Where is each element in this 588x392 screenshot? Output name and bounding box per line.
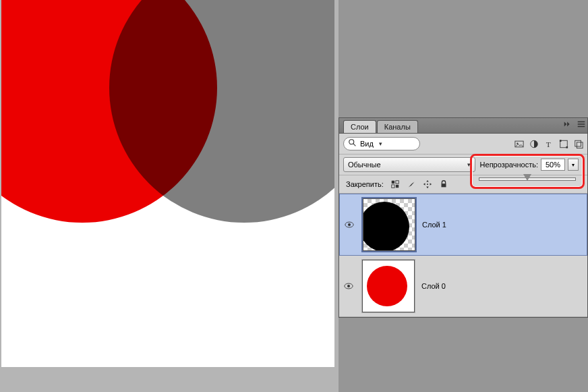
panel-tab-bar: Слои Каналы — [339, 118, 587, 134]
opacity-label: Непрозрачность: — [480, 161, 538, 169]
opacity-stepper[interactable]: ▾ — [568, 159, 579, 171]
svg-rect-7 — [560, 140, 562, 142]
svg-line-1 — [353, 144, 356, 146]
blend-mode-value: Обычные — [348, 161, 381, 169]
tab-channels[interactable]: Каналы — [377, 120, 418, 133]
blend-mode-select[interactable]: Обычные ▾ — [343, 157, 475, 172]
layer-name-label[interactable]: Слой 0 — [421, 282, 446, 290]
layer-filter-row: Вид ▾ T — [339, 134, 587, 155]
svg-rect-13 — [392, 185, 394, 188]
svg-point-17 — [348, 223, 351, 226]
layers-panel: Слои Каналы Вид ▾ — [339, 117, 588, 318]
lock-move-icon[interactable] — [423, 179, 432, 189]
layer-thumbnail[interactable] — [362, 260, 415, 312]
lock-all-icon[interactable] — [439, 179, 448, 189]
opacity-value-input[interactable]: 50% — [541, 159, 565, 171]
layer-row[interactable]: Слой 1 — [339, 194, 587, 256]
right-sidebar: Слои Каналы Вид ▾ — [339, 0, 588, 392]
filter-pixel-icon[interactable] — [514, 139, 524, 148]
tab-layers[interactable]: Слои — [343, 120, 376, 133]
filter-kind-label: Вид — [360, 140, 374, 148]
chevron-updown-icon: ▾ — [379, 140, 382, 147]
svg-rect-9 — [575, 140, 581, 146]
svg-rect-11 — [392, 181, 394, 184]
svg-text:T: T — [546, 140, 551, 148]
opacity-slider[interactable] — [476, 176, 579, 183]
visibility-toggle[interactable] — [342, 281, 355, 291]
filter-adjustment-icon[interactable] — [529, 139, 539, 148]
canvas-area[interactable] — [0, 0, 339, 392]
lock-paint-icon[interactable] — [407, 179, 416, 189]
filter-shape-icon[interactable] — [559, 139, 568, 148]
svg-rect-14 — [396, 185, 399, 188]
lock-row: Закрепить: Непрозрачность: 50% ▾ — [339, 175, 587, 194]
svg-rect-15 — [441, 184, 446, 187]
layer-name-label[interactable]: Слой 1 — [422, 221, 446, 229]
panel-menu-icon[interactable] — [577, 119, 586, 129]
panel-collapse-icon[interactable] — [563, 119, 572, 129]
filter-smart-icon[interactable] — [574, 139, 583, 148]
document-canvas[interactable] — [1, 0, 334, 367]
svg-point-19 — [347, 285, 350, 287]
layer-row[interactable]: Слой 0 — [339, 256, 587, 317]
layer-list: Слой 1 Слой 0 — [339, 194, 587, 317]
layer-filter-kind[interactable]: Вид ▾ — [343, 137, 420, 150]
svg-point-0 — [349, 140, 354, 144]
filter-text-icon[interactable]: T — [544, 139, 554, 148]
layer-thumbnail[interactable] — [363, 198, 415, 251]
svg-rect-12 — [396, 181, 399, 184]
opacity-control-highlight: Непрозрачность: 50% ▾ — [470, 154, 585, 189]
search-icon — [348, 138, 357, 149]
svg-rect-8 — [566, 146, 568, 148]
lock-label: Закрепить: — [346, 180, 384, 188]
visibility-toggle[interactable] — [343, 220, 356, 229]
lock-pixels-icon[interactable] — [390, 179, 400, 189]
slider-thumb[interactable] — [523, 174, 531, 181]
svg-rect-10 — [577, 142, 583, 148]
